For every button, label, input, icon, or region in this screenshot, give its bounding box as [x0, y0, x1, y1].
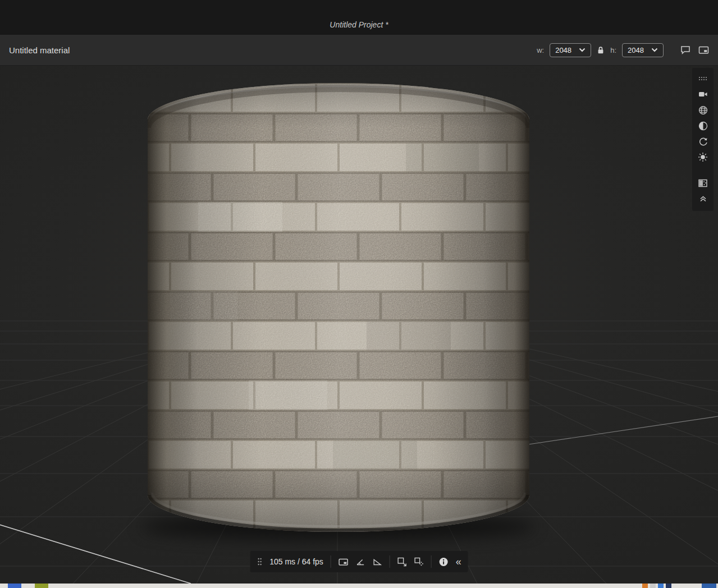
toolbar-separator — [390, 555, 390, 568]
material-ball-icon[interactable] — [692, 118, 714, 134]
material-name: Untitled material — [9, 45, 70, 55]
fullscreen-icon[interactable] — [698, 45, 709, 54]
rotation-angle-icon[interactable] — [356, 557, 365, 566]
taskbar-app-icon[interactable] — [650, 584, 656, 588]
camera-icon[interactable] — [692, 86, 714, 102]
project-title: Untitled Project * — [330, 20, 388, 29]
os-taskbar[interactable] — [0, 584, 718, 588]
info-icon[interactable] — [439, 557, 449, 567]
height-dropdown[interactable]: 2048 — [622, 43, 664, 57]
toolbar-grip-icon[interactable] — [692, 71, 714, 86]
toolbar-separator — [431, 555, 432, 568]
height-label: h: — [610, 46, 616, 54]
comment-icon[interactable] — [680, 45, 690, 54]
window-titlebar: Untitled Project * — [0, 0, 718, 35]
viewport-right-toolbar — [692, 68, 714, 211]
taskbar-app-icon[interactable] — [35, 584, 48, 588]
material-cylinder — [148, 83, 529, 532]
environment-sphere-icon[interactable] — [692, 102, 714, 118]
material-header: Untitled material w: 2048 h: 2048 — [0, 35, 718, 66]
taskbar-app-icon[interactable] — [666, 584, 671, 588]
taskbar-app-icon[interactable] — [8, 584, 21, 588]
taskbar-app-icon[interactable] — [658, 584, 664, 588]
taskbar-app-icon[interactable] — [702, 584, 716, 588]
display-icon[interactable] — [339, 558, 349, 566]
rotate-reset-icon[interactable] — [692, 134, 714, 149]
texture-maps-icon[interactable] — [692, 175, 714, 191]
collapse-up-icon[interactable] — [692, 191, 714, 206]
sun-light-icon[interactable] — [692, 149, 714, 165]
width-label: w: — [537, 46, 544, 54]
chevron-down-icon — [651, 48, 658, 52]
collapse-left-icon[interactable]: « — [456, 557, 461, 567]
header-icon-group — [680, 45, 709, 54]
drag-handle-icon[interactable] — [257, 557, 262, 566]
taskbar-app-icon[interactable] — [642, 584, 648, 588]
toolbar-separator — [331, 555, 331, 568]
chevron-down-icon — [579, 48, 586, 52]
fps-stats: 105 ms / 64 fps — [269, 557, 323, 566]
width-value: 2048 — [555, 46, 571, 54]
aspect-lock-icon[interactable] — [597, 46, 605, 54]
export-image-icon[interactable] — [397, 557, 407, 567]
export-maps-icon[interactable] — [414, 557, 424, 567]
width-dropdown[interactable]: 2048 — [550, 43, 591, 57]
viewport-bottom-toolbar: 105 ms / 64 fps — [250, 551, 468, 572]
3d-viewport[interactable]: 105 ms / 64 fps — [0, 66, 718, 584]
height-value: 2048 — [628, 46, 644, 54]
size-controls: w: 2048 h: 2048 — [537, 43, 709, 57]
incline-angle-icon[interactable] — [373, 557, 382, 566]
